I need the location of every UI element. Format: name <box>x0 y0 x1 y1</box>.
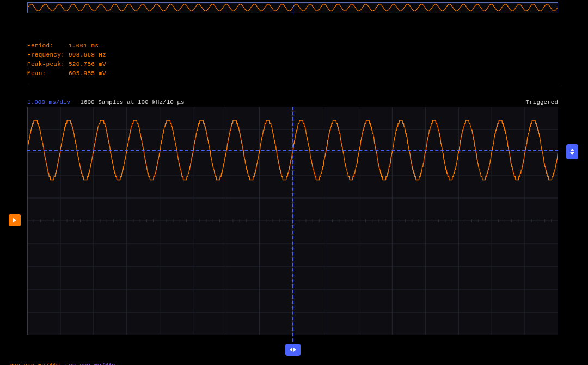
divider <box>27 86 558 86</box>
scope-header: 1.000 ms/div 1600 Samples at 100 kHz/10 … <box>27 99 558 106</box>
measurement-frequency: Frequency: 998.668 Hz <box>27 51 106 60</box>
measurement-mean: Mean: 605.955 mV <box>27 69 106 78</box>
chevron-left-icon <box>290 348 292 352</box>
time-offset-handle[interactable] <box>285 344 301 356</box>
sample-info: 1600 Samples at 100 kHz/10 μs <box>80 99 184 106</box>
trigger-level-handle[interactable] <box>566 144 578 159</box>
channel-offset-handle[interactable] <box>9 214 21 226</box>
measurement-peak-peak: Peak-peak: 520.756 mV <box>27 60 106 69</box>
trigger-status: Triggered <box>526 99 558 106</box>
scope-display[interactable] <box>27 107 558 335</box>
measurements-panel: Period: 1.001 ms Frequency: 998.668 Hz P… <box>27 41 106 78</box>
overview-strip[interactable] <box>27 2 558 13</box>
measurement-period: Period: 1.001 ms <box>27 41 106 51</box>
chevron-up-icon <box>570 149 574 151</box>
chevron-right-icon <box>293 348 296 352</box>
channel-scales: 200.000 mV/div500.000 mV/div <box>2 356 115 365</box>
ch1-scale: 200.000 mV/div <box>9 363 59 365</box>
chevron-right-icon <box>13 218 16 222</box>
overview-trigger-marker <box>293 2 293 15</box>
time-per-div: 1.000 ms/div <box>27 99 70 106</box>
ch2-scale: 500.000 mV/div <box>65 363 115 365</box>
chevron-down-icon <box>570 152 574 155</box>
